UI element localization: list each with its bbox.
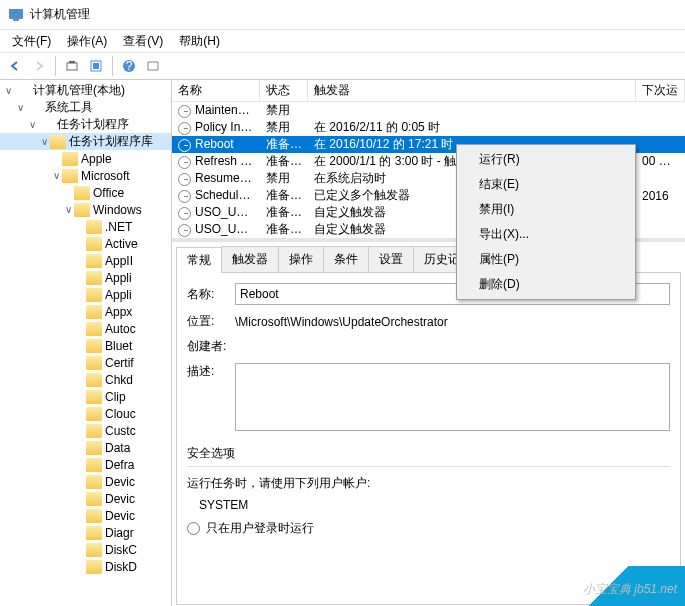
tree-item[interactable]: Appli bbox=[0, 286, 171, 303]
tree-item[interactable]: ∨计算机管理(本地) bbox=[0, 82, 171, 99]
col-name[interactable]: 名称 bbox=[172, 80, 260, 101]
tree-item[interactable]: Defra bbox=[0, 456, 171, 473]
clock-icon bbox=[178, 173, 191, 186]
tree-item[interactable]: Custc bbox=[0, 422, 171, 439]
svg-rect-0 bbox=[9, 9, 23, 19]
window-title: 计算机管理 bbox=[30, 6, 90, 23]
back-button[interactable] bbox=[4, 55, 26, 77]
col-state[interactable]: 状态 bbox=[260, 80, 308, 101]
security-title: 安全选项 bbox=[187, 445, 670, 462]
context-menu: 运行(R) 结束(E) 禁用(I) 导出(X)... 属性(P) 删除(D) bbox=[456, 144, 636, 300]
tree-item[interactable]: ∨任务计划程序 bbox=[0, 116, 171, 133]
clock-icon bbox=[178, 190, 191, 203]
creator-label: 创建者: bbox=[187, 338, 235, 355]
tree-item[interactable]: Clouc bbox=[0, 405, 171, 422]
tree-item[interactable]: Appx bbox=[0, 303, 171, 320]
desc-field[interactable] bbox=[235, 363, 670, 431]
run-logged-on-radio[interactable] bbox=[187, 522, 200, 535]
toolbar-btn-2[interactable] bbox=[142, 55, 164, 77]
refresh-button[interactable] bbox=[85, 55, 107, 77]
tree-item[interactable]: ∨任务计划程序库 bbox=[0, 133, 171, 150]
ctx-end[interactable]: 结束(E) bbox=[459, 172, 633, 197]
tree-item[interactable]: Data bbox=[0, 439, 171, 456]
tree-item[interactable]: Office bbox=[0, 184, 171, 201]
task-row[interactable]: Maintenanc禁用 bbox=[172, 102, 685, 119]
menu-view[interactable]: 查看(V) bbox=[115, 31, 171, 52]
security-account-value: SYSTEM bbox=[199, 498, 670, 512]
nav-tree[interactable]: ∨计算机管理(本地)∨系统工具∨任务计划程序∨任务计划程序库Apple∨Micr… bbox=[0, 80, 172, 606]
tree-item[interactable]: Apple bbox=[0, 150, 171, 167]
tree-item[interactable]: Autoc bbox=[0, 320, 171, 337]
tree-item[interactable]: .NET bbox=[0, 218, 171, 235]
tree-item[interactable]: DiskC bbox=[0, 541, 171, 558]
security-account-label: 运行任务时，请使用下列用户帐户: bbox=[187, 475, 670, 492]
tree-item[interactable]: ∨Windows bbox=[0, 201, 171, 218]
ctx-properties[interactable]: 属性(P) bbox=[459, 247, 633, 272]
toolbar: ? bbox=[0, 52, 685, 80]
tree-item[interactable]: DiskD bbox=[0, 558, 171, 575]
menu-help[interactable]: 帮助(H) bbox=[171, 31, 228, 52]
tree-item[interactable]: Active bbox=[0, 235, 171, 252]
help-button[interactable]: ? bbox=[118, 55, 140, 77]
ctx-delete[interactable]: 删除(D) bbox=[459, 272, 633, 297]
menu-bar: 文件(F) 操作(A) 查看(V) 帮助(H) bbox=[0, 30, 685, 52]
clock-icon bbox=[178, 224, 191, 237]
tab-conditions[interactable]: 条件 bbox=[323, 246, 369, 272]
tab-settings[interactable]: 设置 bbox=[368, 246, 414, 272]
ctx-disable[interactable]: 禁用(I) bbox=[459, 197, 633, 222]
tree-item[interactable]: Devic bbox=[0, 507, 171, 524]
desc-label: 描述: bbox=[187, 363, 235, 380]
tree-item[interactable]: Appli bbox=[0, 269, 171, 286]
forward-button[interactable] bbox=[28, 55, 50, 77]
tree-item[interactable]: Diagr bbox=[0, 524, 171, 541]
location-value: \Microsoft\Windows\UpdateOrchestrator bbox=[235, 315, 448, 329]
col-trigger[interactable]: 触发器 bbox=[308, 80, 636, 101]
tree-item[interactable]: ∨Microsoft bbox=[0, 167, 171, 184]
clock-icon bbox=[178, 122, 191, 135]
table-header: 名称 状态 触发器 下次运 bbox=[172, 80, 685, 102]
tab-actions[interactable]: 操作 bbox=[278, 246, 324, 272]
scroll-right-icon[interactable]: ► bbox=[669, 239, 685, 242]
svg-rect-3 bbox=[69, 61, 75, 63]
tree-item[interactable]: Devic bbox=[0, 490, 171, 507]
tab-triggers[interactable]: 触发器 bbox=[221, 246, 279, 272]
toolbar-btn-1[interactable] bbox=[61, 55, 83, 77]
tree-item[interactable]: Devic bbox=[0, 473, 171, 490]
tree-item[interactable]: Certif bbox=[0, 354, 171, 371]
clock-icon bbox=[178, 139, 191, 152]
menu-file[interactable]: 文件(F) bbox=[4, 31, 59, 52]
tree-item[interactable]: Clip bbox=[0, 388, 171, 405]
menu-action[interactable]: 操作(A) bbox=[59, 31, 115, 52]
tree-item[interactable]: AppII bbox=[0, 252, 171, 269]
col-next[interactable]: 下次运 bbox=[636, 80, 685, 101]
svg-text:?: ? bbox=[126, 59, 133, 73]
svg-rect-5 bbox=[93, 63, 99, 69]
clock-icon bbox=[178, 207, 191, 220]
tab-general[interactable]: 常规 bbox=[176, 247, 222, 273]
clock-icon bbox=[178, 156, 191, 169]
svg-rect-1 bbox=[13, 19, 19, 21]
corner-decoration bbox=[565, 566, 685, 606]
name-label: 名称: bbox=[187, 286, 235, 303]
app-icon bbox=[8, 7, 24, 23]
svg-rect-8 bbox=[148, 62, 158, 70]
ctx-run[interactable]: 运行(R) bbox=[459, 147, 633, 172]
tree-item[interactable]: Bluet bbox=[0, 337, 171, 354]
tree-item[interactable]: Chkd bbox=[0, 371, 171, 388]
ctx-export[interactable]: 导出(X)... bbox=[459, 222, 633, 247]
location-label: 位置: bbox=[187, 313, 235, 330]
svg-rect-2 bbox=[67, 63, 77, 70]
tree-item[interactable]: ∨系统工具 bbox=[0, 99, 171, 116]
clock-icon bbox=[178, 105, 191, 118]
scroll-left-icon[interactable]: ◄ bbox=[172, 239, 188, 242]
task-row[interactable]: Policy Install禁用在 2016/2/11 的 0:05 时 bbox=[172, 119, 685, 136]
run-logged-on-label: 只在用户登录时运行 bbox=[206, 520, 314, 537]
